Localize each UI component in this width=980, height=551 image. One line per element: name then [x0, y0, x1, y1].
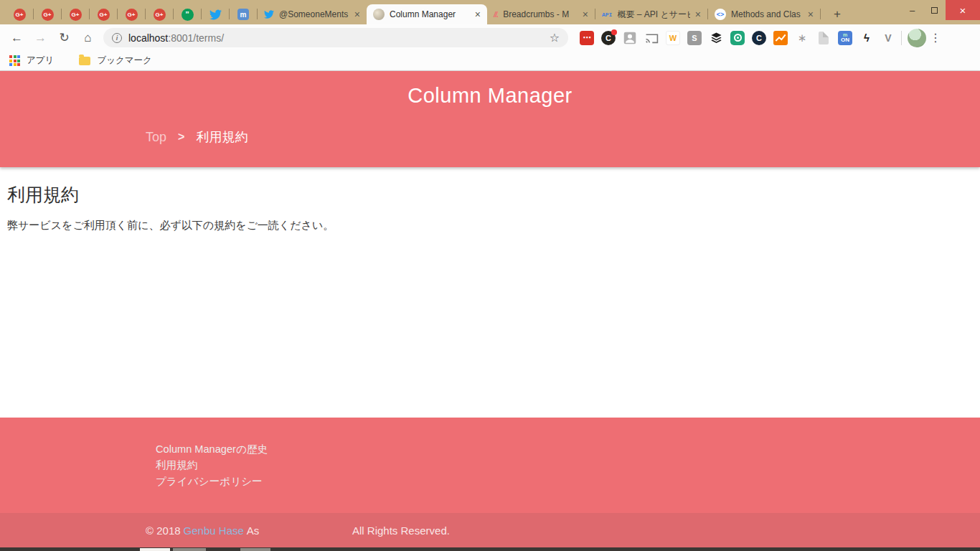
- pinned-tab-hangouts[interactable]: ”: [174, 4, 201, 24]
- apps-grid-icon[interactable]: [9, 55, 20, 66]
- contacts-extension-icon[interactable]: [623, 31, 637, 45]
- copyright-year: © 2018: [146, 524, 181, 537]
- toolbar-separator: [901, 31, 902, 45]
- pinned-tab-googleplus-2[interactable]: G+: [34, 4, 61, 24]
- pinned-tab-googleplus-3[interactable]: G+: [62, 4, 89, 24]
- materialize-icon: //.: [494, 10, 498, 19]
- column-manager-favicon: [373, 9, 385, 20]
- new-tab-button[interactable]: +: [826, 4, 848, 24]
- atom-extension-icon[interactable]: ∗: [795, 31, 809, 45]
- breadcrumb-top-link[interactable]: Top: [146, 130, 166, 145]
- url-text[interactable]: localhost:8001/terms/: [128, 32, 224, 44]
- forward-button[interactable]: →: [29, 27, 52, 49]
- breadcrumb: Top > 利用規約: [146, 128, 834, 146]
- close-button[interactable]: ×: [946, 0, 980, 20]
- page-title: Column Manager: [0, 71, 980, 110]
- site-header: Column Manager Top > 利用規約: [0, 71, 980, 167]
- footer-links: Column Managerの歴史 利用規約 プライバシーポリシー: [146, 418, 834, 489]
- bookmarks-folder-label[interactable]: ブックマーク: [97, 55, 151, 67]
- footer-link-item: プライバシーポリシー: [156, 474, 834, 489]
- taskbar-button[interactable]: [240, 548, 270, 551]
- hangouts-icon: ”: [182, 9, 194, 21]
- document-extension-icon[interactable]: [816, 31, 831, 45]
- mastodon-icon: m: [237, 9, 249, 20]
- footer-link-item: Column Managerの歴史: [156, 441, 834, 457]
- browser-toolbar: ← → ↻ ⌂ i localhost:8001/terms/ ☆ ⋯ C W …: [0, 24, 980, 51]
- tab-title: Methods and Clas: [731, 9, 803, 19]
- tab-strip: G+ G+ G+ G+ G+ G+ ” m @SomeoneMents × Co…: [0, 0, 980, 24]
- footer-link-history[interactable]: Column Managerの歴史: [156, 443, 268, 455]
- rights-reserved-text: All Rights Reserved.: [352, 524, 450, 537]
- tab-title: Column Manager: [390, 9, 470, 19]
- tab-api-overview[interactable]: API 概要 – API とサービ ×: [595, 4, 707, 24]
- pinned-tab-googleplus-4[interactable]: G+: [90, 4, 117, 24]
- pinned-tab-googleplus-5[interactable]: G+: [118, 4, 145, 24]
- profile-avatar[interactable]: [908, 29, 926, 47]
- page-info-icon[interactable]: i: [112, 33, 122, 43]
- taskbar-button[interactable]: [140, 548, 170, 551]
- author-link[interactable]: Genbu Hase: [184, 524, 244, 537]
- bookmark-folder-icon[interactable]: [79, 57, 90, 65]
- tab-someonements[interactable]: @SomeoneMents ×: [258, 4, 367, 24]
- person-icon: [623, 32, 636, 44]
- on-glyph: ON: [841, 37, 849, 43]
- red-menu-extension-icon[interactable]: ⋯: [580, 31, 594, 45]
- tab-close-icon[interactable]: ×: [354, 9, 360, 19]
- wikiwand-extension-icon[interactable]: W: [666, 31, 680, 45]
- mastodon-on-extension-icon[interactable]: mON: [838, 31, 852, 45]
- pinned-tab-googleplus-6[interactable]: G+: [146, 4, 173, 24]
- terms-heading: 利用規約: [7, 183, 973, 207]
- window-controls: – ×: [901, 0, 980, 20]
- twitter-icon: [209, 9, 222, 21]
- adblock-glyph: C: [606, 34, 611, 42]
- twitter-icon: [264, 9, 274, 19]
- eye-icon: [734, 34, 742, 42]
- eye-extension-icon[interactable]: [730, 31, 745, 45]
- lightning-extension-icon[interactable]: ϟ: [859, 31, 874, 45]
- footer-link-terms[interactable]: 利用規約: [156, 459, 197, 471]
- vimium-extension-icon[interactable]: V: [881, 31, 895, 45]
- minimize-button[interactable]: –: [901, 0, 923, 20]
- cast-extension-icon[interactable]: [644, 31, 659, 45]
- buffer-extension-icon[interactable]: [709, 31, 723, 45]
- tab-methods-classes[interactable]: <> Methods and Clas ×: [708, 4, 820, 24]
- tab-breadcrumbs[interactable]: //. Breadcrumbs - M ×: [487, 4, 595, 24]
- apps-bookmark[interactable]: アプリ: [27, 55, 54, 67]
- tab-title: @SomeoneMents: [279, 9, 349, 19]
- restore-button[interactable]: [923, 0, 946, 20]
- copyright-text: © 2018Genbu HaseAs: [146, 524, 259, 537]
- chrome-menu-icon[interactable]: ⋮: [926, 31, 945, 44]
- main-content: 利用規約 弊サービスをご利用頂く前に、必ず以下の規約をご一読ください。: [0, 167, 980, 418]
- pinned-tab-googleplus-1[interactable]: G+: [6, 4, 33, 24]
- footer-link-item: 利用規約: [156, 457, 834, 473]
- windows-taskbar-edge: [0, 547, 980, 551]
- tab-close-icon[interactable]: ×: [583, 9, 588, 19]
- adblock-extension-icon[interactable]: C: [601, 31, 616, 45]
- bookmarks-bar: アプリ ブックマーク: [0, 51, 980, 71]
- stylish-extension-icon[interactable]: S: [687, 31, 702, 45]
- googleplus-icon: G+: [42, 9, 54, 21]
- cast-icon: [645, 32, 659, 44]
- footer-link-privacy[interactable]: プライバシーポリシー: [156, 476, 263, 487]
- home-button[interactable]: ⌂: [76, 27, 100, 49]
- address-bar[interactable]: i localhost:8001/terms/ ☆: [103, 28, 568, 47]
- google-developers-icon: <>: [715, 9, 726, 20]
- bookmark-star-icon[interactable]: ☆: [550, 31, 560, 44]
- googleplus-icon: G+: [154, 9, 166, 21]
- tab-close-icon[interactable]: ×: [808, 9, 814, 19]
- document-icon: [819, 32, 829, 44]
- reload-button[interactable]: ↻: [52, 27, 76, 49]
- tab-title: 概要 – API とサービ: [617, 9, 689, 21]
- pinned-tab-mastodon[interactable]: m: [230, 4, 257, 24]
- browser-window: G+ G+ G+ G+ G+ G+ ” m @SomeoneMents × Co…: [0, 0, 980, 551]
- tab-close-icon[interactable]: ×: [695, 9, 701, 19]
- dark-c-extension-icon[interactable]: C: [752, 31, 766, 45]
- api-doc-icon: API: [602, 11, 612, 18]
- back-button[interactable]: ←: [5, 27, 29, 49]
- analytics-extension-icon[interactable]: [773, 31, 788, 45]
- pinned-tab-twitter[interactable]: [202, 4, 229, 24]
- extension-badge: [611, 29, 617, 35]
- tab-close-icon[interactable]: ×: [475, 9, 481, 19]
- tab-column-manager-active[interactable]: Column Manager ×: [367, 4, 487, 24]
- taskbar-button[interactable]: [173, 548, 206, 551]
